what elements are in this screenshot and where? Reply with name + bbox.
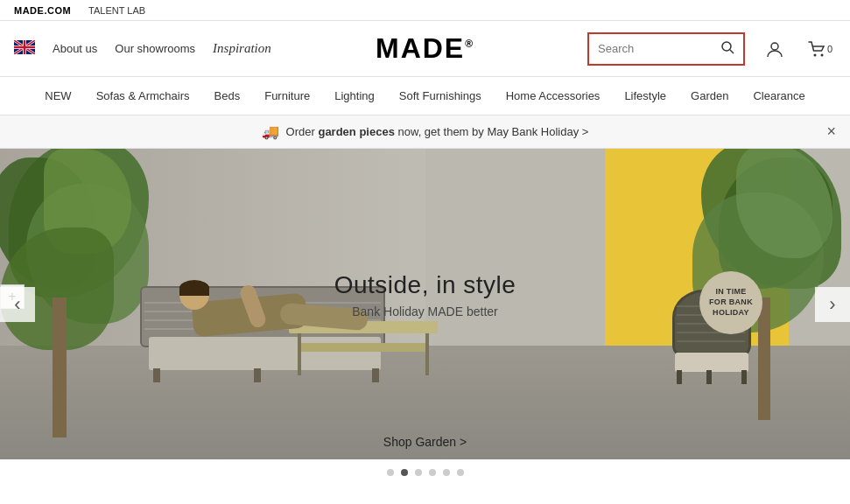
nav-item-furniture[interactable]: Furniture (264, 89, 310, 102)
talent-lab-link[interactable]: TALENT LAB (88, 5, 145, 16)
hero-next-button[interactable]: › (815, 287, 850, 322)
account-button[interactable] (759, 33, 790, 65)
header-left: About us Our showrooms Inspiration (14, 40, 271, 58)
search-button[interactable] (720, 40, 734, 58)
svg-line-2 (730, 50, 734, 53)
carousel-dot-0[interactable] (387, 469, 394, 476)
search-box[interactable] (587, 32, 745, 66)
nav-item-garden[interactable]: Garden (691, 89, 728, 102)
banner-text[interactable]: Order garden pieces now, get them by May… (286, 125, 589, 138)
hero-subtitle: Bank Holiday MADE better (334, 304, 516, 318)
carousel-dot-4[interactable] (443, 469, 450, 476)
basket-count: 0 (827, 44, 832, 54)
nav-item-home-accessories[interactable]: Home Accessories (506, 89, 601, 102)
promo-banner: 🚚 Order garden pieces now, get them by M… (0, 116, 850, 149)
nav-item-lifestyle[interactable]: Lifestyle (624, 89, 666, 102)
site-logo[interactable]: MADE® (376, 32, 474, 65)
svg-point-5 (820, 53, 823, 56)
hero-container: + (0, 149, 850, 459)
brand-name: MADE.COM (14, 5, 71, 16)
carousel-dot-2[interactable] (415, 469, 422, 476)
shop-garden-link[interactable]: Shop Garden > (383, 435, 467, 449)
inspiration-link[interactable]: Inspiration (213, 41, 271, 56)
nav-item-new[interactable]: NEW (45, 89, 71, 102)
showrooms-link[interactable]: Our showrooms (115, 42, 195, 55)
header: About us Our showrooms Inspiration MADE® (0, 21, 850, 77)
hero-prev-button[interactable]: ‹ (0, 287, 35, 322)
nav-item-lighting[interactable]: Lighting (334, 89, 375, 102)
about-us-link[interactable]: About us (53, 42, 97, 55)
main-nav: NEW Sofas & Armchairs Beds Furniture Lig… (0, 77, 850, 116)
top-bar: MADE.COM TALENT LAB (0, 0, 850, 21)
svg-point-3 (771, 43, 778, 50)
nav-item-beds[interactable]: Beds (214, 89, 241, 102)
nav-item-sofas[interactable]: Sofas & Armchairs (96, 89, 190, 102)
carousel-dot-3[interactable] (429, 469, 436, 476)
delivery-icon: 🚚 (262, 123, 279, 140)
svg-point-4 (813, 53, 816, 56)
nav-item-soft-furnishings[interactable]: Soft Furnishings (399, 89, 481, 102)
search-input[interactable] (598, 42, 720, 55)
carousel-dot-5[interactable] (457, 469, 464, 476)
banner-close-button[interactable]: × (826, 122, 836, 141)
nav-item-clearance[interactable]: Clearance (753, 89, 804, 102)
svg-point-1 (722, 42, 731, 51)
hero-image: Outside, in style Bank Holiday MADE bett… (0, 149, 850, 459)
header-right: 0 (587, 32, 836, 66)
basket-button[interactable]: 0 (804, 33, 836, 65)
hero-badge: IN TIME FOR BANK HOLIDAY (699, 271, 762, 334)
hero-title: Outside, in style (334, 271, 516, 299)
uk-flag-icon (14, 40, 35, 58)
carousel-dot-1[interactable] (401, 469, 408, 476)
carousel-dots (0, 459, 850, 486)
hero-content: Outside, in style Bank Holiday MADE bett… (334, 271, 516, 318)
